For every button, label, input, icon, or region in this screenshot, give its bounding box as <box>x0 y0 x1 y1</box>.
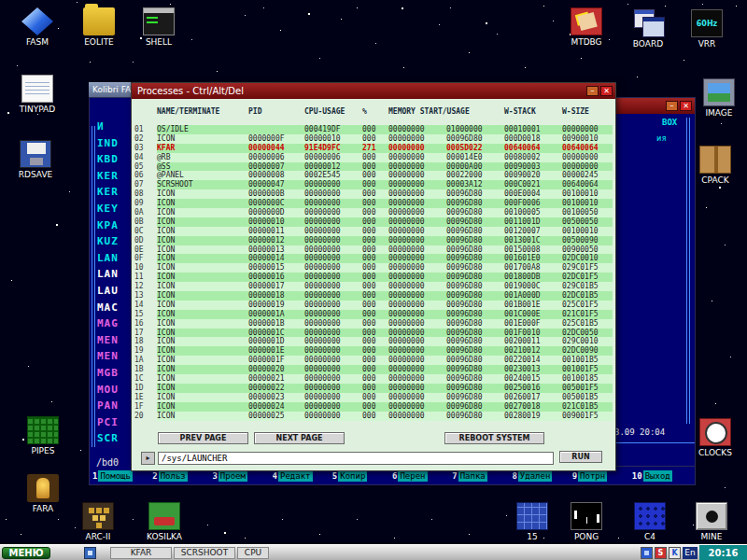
process-row[interactable]: 17ICON0000001C000000000000000000000096D8… <box>134 329 613 338</box>
fkey-2[interactable]: 2Польз <box>152 469 212 483</box>
minimize-button[interactable]: – <box>666 101 678 111</box>
process-row[interactable]: 0BICON00000010000000000000000000000096D8… <box>134 217 613 227</box>
file-item[interactable]: MAC <box>97 300 119 316</box>
tray-s-icon[interactable]: S <box>655 547 667 559</box>
process-row[interactable]: 1BICON00000020000000000000000000000096D8… <box>134 365 613 374</box>
prev-page-button[interactable]: PREV PAGE <box>158 432 248 444</box>
file-item[interactable]: LAN <box>97 250 119 267</box>
keyboard-layout-indicator[interactable]: En <box>683 547 698 559</box>
taskbar-task-kfar[interactable]: KFAR <box>110 547 172 559</box>
fkey-9[interactable]: 9Потрн <box>572 469 632 483</box>
process-row[interactable]: 14ICON00000019000000000000000000000096D8… <box>134 301 613 310</box>
quicklaunch-icon[interactable] <box>84 547 96 559</box>
desktop-icon-mtdbg[interactable]: MTDBG <box>557 7 616 48</box>
desktop-icon-board[interactable]: BOARD <box>618 9 678 49</box>
desktop-icon-pong[interactable]: PONG <box>557 502 616 542</box>
processes-titlebar[interactable]: Processes - Ctrl/Alt/Del – ✕ <box>132 83 615 99</box>
process-row[interactable]: 06@PANEL000000080002E5450000000000000022… <box>134 171 613 180</box>
kfar-titlebar[interactable]: Kolibri FAR <box>89 82 132 97</box>
fkey-4[interactable]: 4Редакт <box>273 469 332 483</box>
file-item[interactable]: KER <box>97 184 119 201</box>
process-row[interactable]: 16ICON0000001B000000000000000000000096D8… <box>134 319 613 329</box>
process-row[interactable]: 10ICON00000015000000000000000000000096D8… <box>134 263 613 273</box>
close-button[interactable]: ✕ <box>600 86 613 96</box>
process-row[interactable]: 13ICON00000018000000000000000000000096D8… <box>134 291 613 301</box>
file-item[interactable]: SCR <box>97 430 119 447</box>
file-item[interactable]: KUZ <box>97 233 119 250</box>
desktop-icon-fasm[interactable]: FASM <box>7 7 67 48</box>
desktop-icon-eolite[interactable]: EOLITE <box>69 7 129 48</box>
process-row[interactable]: 09ICON0000000C000000000000000000000096D8… <box>134 199 613 208</box>
process-row[interactable]: 0DICON00000012000000000000000000000096D8… <box>134 236 613 245</box>
process-row[interactable]: 1FICON00000024000000000000000000000096D8… <box>134 402 613 412</box>
process-row[interactable]: 1EICON00000023000000000000000000000096D8… <box>134 393 613 402</box>
desktop-icon-kosilka[interactable]: KOSILKA <box>134 502 194 542</box>
fkey-7[interactable]: 7Папка <box>452 469 512 483</box>
fkey-1[interactable]: 1Помощь <box>92 469 152 483</box>
fkey-3[interactable]: 3Проем <box>212 469 272 483</box>
process-row[interactable]: 0CICON00000011000000000000000000000096D8… <box>134 227 613 236</box>
desktop-icon-pipes[interactable]: PIPES <box>13 416 73 456</box>
process-row[interactable]: 07SCRSHOOT000000470000000000000000000000… <box>134 180 613 189</box>
file-item[interactable]: PAN <box>97 398 119 414</box>
desktop-icon-arc2[interactable]: ARC-II <box>68 502 128 542</box>
process-row[interactable]: 0FICON00000014000000000000000000000096D8… <box>134 254 613 263</box>
process-row[interactable]: 1DICON00000022000000000000000000000096D8… <box>134 384 613 393</box>
minimize-button[interactable]: – <box>586 86 599 96</box>
process-row[interactable]: 05@SS00000007000000120000000000000000A00… <box>134 162 613 172</box>
command-prompt[interactable]: /bd0 <box>96 457 119 468</box>
process-row[interactable]: 1AICON0000001F000000000000000000000096D8… <box>134 356 613 365</box>
taskbar-task-cpu[interactable]: CPU <box>237 547 269 559</box>
process-row[interactable]: 0AICON0000000D000000000000000000000096D8… <box>134 208 613 217</box>
file-item[interactable]: LAN <box>97 266 119 283</box>
process-row[interactable]: 04@RB000000060000000600000000000000014E0… <box>134 153 613 162</box>
desktop-icon-15[interactable]: 15 <box>502 502 562 542</box>
file-item[interactable]: KEY <box>97 201 119 217</box>
menu-button[interactable]: МЕНЮ <box>2 547 50 559</box>
desktop-icon-mine[interactable]: MINE <box>682 502 741 542</box>
close-button[interactable]: ✕ <box>680 101 692 111</box>
process-row[interactable]: 1CICON00000021000000000000000000000096D8… <box>134 374 613 384</box>
process-row[interactable]: 03KFAR0000004491E4D9FC271000000000005D02… <box>134 144 613 153</box>
next-page-button[interactable]: NEXT PAGE <box>254 432 345 444</box>
desktop-icon-vrr[interactable]: 60HzVRR <box>677 9 737 49</box>
process-row[interactable]: 12ICON00000017000000000000000000000096D8… <box>134 282 613 291</box>
taskbar-task-scrshoot[interactable]: SCRSHOOT <box>174 547 235 559</box>
file-item[interactable]: MEN <box>97 348 119 365</box>
file-item[interactable]: KPA <box>97 217 119 234</box>
fkey-6[interactable]: 6Перен <box>392 469 452 483</box>
file-item[interactable]: MEN <box>97 332 119 349</box>
desktop-icon-c4[interactable]: C4 <box>620 502 680 542</box>
run-button[interactable]: RUN <box>559 451 602 463</box>
file-item[interactable]: MOU <box>97 382 119 399</box>
process-row[interactable]: 02ICON0000000F000000100000000000000096D8… <box>134 134 613 144</box>
fkey-8[interactable]: 8Удален <box>512 469 571 483</box>
process-row[interactable]: 18ICON0000001D000000000000000000000096D8… <box>134 337 613 346</box>
desktop-icon-tinypad[interactable]: TINYPAD <box>7 75 67 115</box>
fkey-5[interactable]: 5Копир <box>332 469 392 483</box>
process-row[interactable]: 08ICON0000000B000000000000000000000096D8… <box>134 189 613 199</box>
side-window-titlebar[interactable]: – ✕ <box>610 98 695 114</box>
fkey-10[interactable]: 10Выход <box>632 469 692 483</box>
desktop-icon-fara[interactable]: FARA <box>13 474 73 514</box>
file-item[interactable]: KER <box>97 168 119 185</box>
process-row[interactable]: 19ICON0000001E000000000000000000000096D8… <box>134 346 613 356</box>
file-item[interactable]: IND <box>97 135 119 152</box>
file-item[interactable]: PCI <box>97 414 119 431</box>
file-item[interactable]: MAG <box>97 315 119 332</box>
launch-path-input[interactable] <box>158 452 554 465</box>
reboot-system-button[interactable]: REBOOT SYSTEM <box>444 432 544 444</box>
tray-monitor-icon[interactable] <box>641 547 653 559</box>
file-item[interactable]: LAU <box>97 283 119 300</box>
file-item[interactable]: И <box>97 119 119 135</box>
file-item[interactable]: MGB <box>97 365 119 382</box>
tray-k-icon[interactable]: K <box>669 547 681 559</box>
desktop-icon-image[interactable]: IMAGE <box>689 78 747 119</box>
process-row[interactable]: 15ICON0000001A000000000000000000000096D8… <box>134 310 613 319</box>
file-item[interactable]: KBD <box>97 151 119 168</box>
desktop-icon-shell[interactable]: SHELL <box>129 7 189 48</box>
process-row[interactable]: 0EICON00000013000000000000000000000096D8… <box>134 245 613 255</box>
process-row[interactable]: 11ICON00000016000000000000000000000096D8… <box>134 273 613 282</box>
desktop-icon-rdsave[interactable]: RDSAVE <box>6 140 65 180</box>
process-row[interactable]: 20ICON00000025000000000000000000000096D8… <box>134 412 613 421</box>
